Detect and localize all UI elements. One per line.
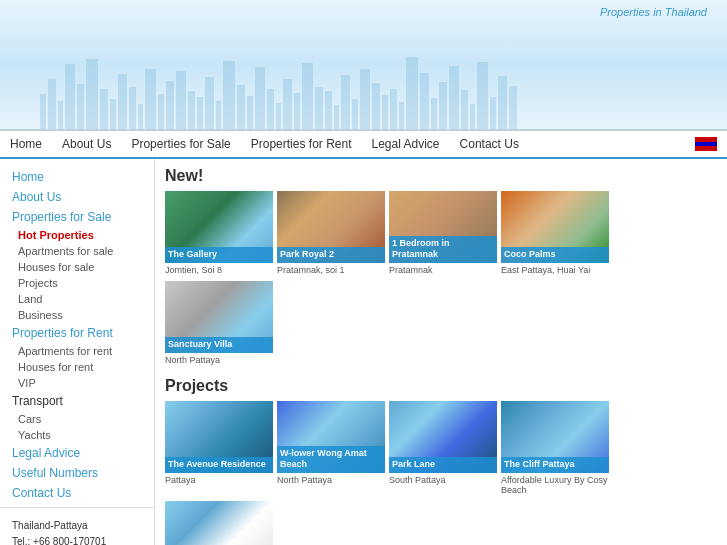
nav-sale[interactable]: Properties for Sale — [131, 137, 230, 151]
nav-contact[interactable]: Contact Us — [460, 137, 519, 151]
property-image: 1 Bedroom in Pratamnak — [389, 191, 497, 263]
property-card[interactable]: Park LaneSouth Pattaya — [389, 401, 497, 497]
property-image: The Cliff Pattaya — [501, 401, 609, 473]
sidebar-useful[interactable]: Useful Numbers — [0, 463, 154, 483]
property-image: The Avenue Residence — [165, 401, 273, 473]
property-image: Beachfront Jomtien Residence — [165, 501, 273, 545]
property-card[interactable]: The GalleryJomtien, Soi 8 — [165, 191, 273, 277]
sidebar-yachts[interactable]: Yachts — [0, 427, 154, 443]
property-name: Park Royal 2 — [277, 247, 385, 263]
sidebar-contact[interactable]: Contact Us — [0, 483, 154, 503]
property-name: W-lower Wong Amat Beach — [277, 446, 385, 473]
new-properties-grid: The GalleryJomtien, Soi 8Park Royal 2Pra… — [165, 191, 717, 367]
property-card[interactable]: Beachfront Jomtien ResidenceSouth Pattay… — [165, 501, 273, 545]
property-card[interactable]: Coco PalmsEast Pattaya, Huai Yai — [501, 191, 609, 277]
property-image: The Gallery — [165, 191, 273, 263]
nav-home[interactable]: Home — [10, 137, 42, 151]
company-name: Thailand-Pattaya — [12, 518, 142, 534]
company-tel: Tel.: +66 800-170701 — [12, 534, 142, 545]
main-container: Home About Us Properties for Sale Hot Pr… — [0, 159, 727, 545]
sidebar-land[interactable]: Land — [0, 291, 154, 307]
property-subtitle: Jomtien, Soi 8 — [165, 263, 273, 277]
sidebar-legal[interactable]: Legal Advice — [0, 443, 154, 463]
nav-legal[interactable]: Legal Advice — [371, 137, 439, 151]
property-image: Sanctuary Villa — [165, 281, 273, 353]
property-card[interactable]: 1 Bedroom in PratamnakPratamnak — [389, 191, 497, 277]
property-name: 1 Bedroom in Pratamnak — [389, 236, 497, 263]
sidebar-houses-sale[interactable]: Houses for sale — [0, 259, 154, 275]
nav-about[interactable]: About Us — [62, 137, 111, 151]
sidebar-about[interactable]: About Us — [0, 187, 154, 207]
property-card[interactable]: The Cliff PattayaAffordable Luxury By Co… — [501, 401, 609, 497]
sidebar-cars[interactable]: Cars — [0, 411, 154, 427]
sidebar-apt-rent[interactable]: Apartments for rent — [0, 343, 154, 359]
content-area: New! The GalleryJomtien, Soi 8Park Royal… — [155, 159, 727, 545]
sidebar-houses-rent[interactable]: Houses for rent — [0, 359, 154, 375]
sidebar-rent[interactable]: Properties for Rent — [0, 323, 154, 343]
property-image: Park Royal 2 — [277, 191, 385, 263]
property-image: Coco Palms — [501, 191, 609, 263]
sidebar-transport-label: Transport — [0, 391, 154, 411]
nav-rent[interactable]: Properties for Rent — [251, 137, 352, 151]
property-subtitle: East Pattaya, Huai Yai — [501, 263, 609, 277]
sidebar-divider — [0, 507, 154, 508]
sidebar-projects[interactable]: Projects — [0, 275, 154, 291]
property-subtitle: North Pattaya — [277, 473, 385, 487]
property-card[interactable]: W-lower Wong Amat BeachNorth Pattaya — [277, 401, 385, 497]
property-subtitle: Pratamnak, soi 1 — [277, 263, 385, 277]
new-section-title: New! — [165, 167, 717, 185]
property-subtitle: North Pattaya — [165, 353, 273, 367]
property-name: Coco Palms — [501, 247, 609, 263]
property-subtitle: Pattaya — [165, 473, 273, 487]
property-name: The Gallery — [165, 247, 273, 263]
property-name: Park Lane — [389, 457, 497, 473]
property-card[interactable]: Park Royal 2Pratamnak, soi 1 — [277, 191, 385, 277]
language-flag[interactable] — [695, 137, 717, 151]
property-subtitle: South Pattaya — [389, 473, 497, 487]
property-name: Sanctuary Villa — [165, 337, 273, 353]
property-subtitle: Affordable Luxury By Cosy Beach — [501, 473, 609, 497]
property-name: The Avenue Residence — [165, 457, 273, 473]
property-image: W-lower Wong Amat Beach — [277, 401, 385, 473]
navbar: Home About Us Properties for Sale Proper… — [0, 130, 727, 159]
header-decoration — [0, 49, 727, 129]
sidebar-vip[interactable]: VIP — [0, 375, 154, 391]
property-image: Park Lane — [389, 401, 497, 473]
sidebar-sale[interactable]: Properties for Sale — [0, 207, 154, 227]
property-name: The Cliff Pattaya — [501, 457, 609, 473]
property-card[interactable]: The Avenue ResidencePattaya — [165, 401, 273, 497]
sidebar-home[interactable]: Home — [0, 167, 154, 187]
header-tagline: Properties in Thailand — [600, 6, 707, 18]
property-subtitle: Pratamnak — [389, 263, 497, 277]
sidebar-contact-info: Thailand-Pattaya Tel.: +66 800-170701 Fa… — [0, 512, 154, 545]
sidebar-apt-sale[interactable]: Apartments for sale — [0, 243, 154, 259]
projects-properties-grid: The Avenue ResidencePattayaW-lower Wong … — [165, 401, 717, 545]
sidebar-business[interactable]: Business — [0, 307, 154, 323]
header: Properties in Thailand — [0, 0, 727, 130]
sidebar-hot[interactable]: Hot Properties — [0, 227, 154, 243]
sidebar: Home About Us Properties for Sale Hot Pr… — [0, 159, 155, 545]
projects-section-title: Projects — [165, 377, 717, 395]
property-card[interactable]: Sanctuary VillaNorth Pattaya — [165, 281, 273, 367]
